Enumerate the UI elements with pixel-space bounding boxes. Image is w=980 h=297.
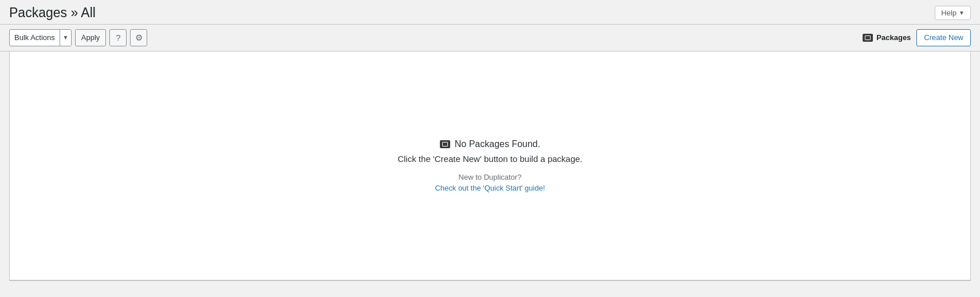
help-label: Help — [941, 9, 957, 17]
bulk-actions-dropdown[interactable]: Bulk Actions ▼ — [9, 29, 72, 46]
packages-icon — [863, 34, 873, 42]
toolbar: Bulk Actions ▼ Apply ? ⚙ Packages — [0, 24, 980, 52]
packages-link[interactable]: Packages — [863, 33, 911, 42]
new-to-label: New to Duplicator? — [397, 173, 583, 181]
empty-packages-icon-inner — [442, 142, 448, 146]
content-area: No Packages Found. Click the 'Create New… — [9, 52, 971, 280]
empty-state: No Packages Found. Click the 'Create New… — [386, 116, 594, 215]
create-new-button[interactable]: Create New — [916, 29, 971, 46]
empty-state-title: No Packages Found. — [397, 139, 583, 149]
bottom-bar — [9, 280, 971, 297]
chevron-down-icon: ▼ — [959, 10, 965, 16]
bulk-actions-label: Bulk Actions — [10, 33, 60, 42]
quick-start-link[interactable]: Check out the 'Quick Start' guide! — [435, 184, 545, 192]
bulk-actions-arrow-icon[interactable]: ▼ — [60, 29, 71, 46]
gear-icon: ⚙ — [135, 33, 143, 43]
page-title: Packages » All — [9, 5, 96, 22]
empty-state-subtitle: Click the 'Create New' button to build a… — [397, 154, 583, 164]
page-wrapper: Packages » All Help ▼ Bulk Actions ▼ App… — [0, 0, 980, 297]
help-icon-button[interactable]: ? — [109, 29, 127, 46]
empty-state-title-text: No Packages Found. — [455, 139, 540, 149]
apply-button[interactable]: Apply — [75, 29, 107, 46]
help-button[interactable]: Help ▼ — [935, 6, 971, 20]
page-header: Packages » All Help ▼ — [0, 0, 980, 24]
settings-icon-button[interactable]: ⚙ — [130, 29, 147, 46]
packages-label: Packages — [876, 33, 911, 42]
packages-icon-inner — [865, 35, 871, 40]
toolbar-right: Packages Create New — [863, 29, 971, 46]
question-mark-icon: ? — [116, 33, 120, 42]
empty-packages-icon — [440, 140, 450, 148]
toolbar-left: Bulk Actions ▼ Apply ? ⚙ — [9, 29, 147, 46]
